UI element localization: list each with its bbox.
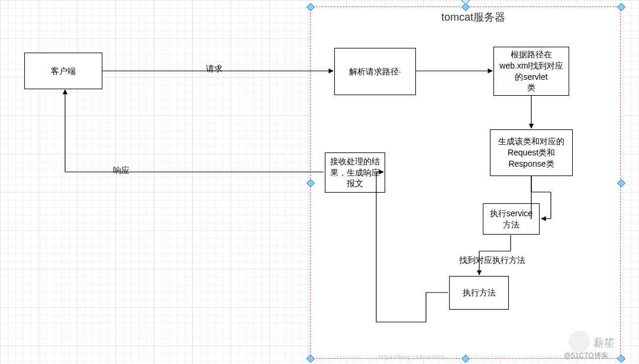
arrows-layer bbox=[0, 0, 639, 364]
